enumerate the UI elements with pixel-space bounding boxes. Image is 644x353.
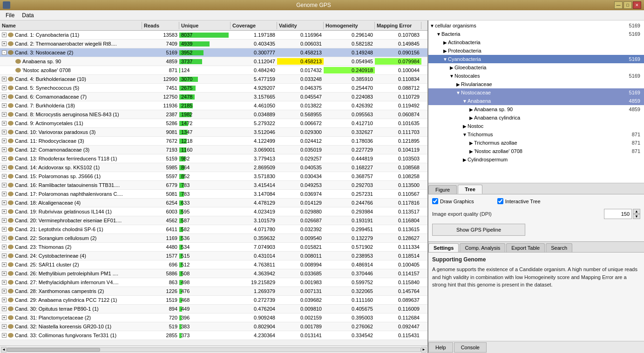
table-row[interactable]: + Cand. 31: Planctomycetaceae (2) 720 39… (0, 313, 427, 322)
close-button[interactable]: ✕ (633, 1, 641, 9)
expand-icon[interactable]: + (2, 209, 7, 214)
tree-node[interactable]: ▼ Nostocales 5169 (428, 72, 644, 80)
tree-node[interactable]: ▶ Anabaena sp. 90 4859 (428, 105, 644, 113)
horizontal-scrollbar[interactable]: ◄ ► (0, 346, 427, 353)
expand-icon[interactable]: + (2, 200, 7, 205)
draw-graphics-checkbox[interactable] (432, 198, 438, 204)
expand-icon[interactable]: + (2, 174, 7, 179)
table-row[interactable]: + Cand. 5: Synechococcus (5) 7451 2675 4… (0, 84, 427, 93)
tab-export-table[interactable]: Export Table (506, 243, 545, 252)
tree-expand-icon[interactable]: ▼ (462, 98, 468, 104)
expand-icon[interactable]: + (2, 103, 7, 108)
tree-node[interactable]: ▶ Trichormus azollae 871 (428, 139, 644, 147)
tree-node[interactable]: ▼ Anabaena 4859 (428, 97, 644, 105)
expand-icon[interactable]: + (2, 165, 7, 170)
expand-icon[interactable]: + (2, 253, 7, 258)
tree-expand-icon[interactable]: ▼ (436, 31, 441, 37)
expand-icon[interactable]: + (2, 298, 7, 302)
interactive-tree-checkbox[interactable] (497, 198, 503, 204)
expand-icon[interactable]: + (2, 262, 7, 267)
tree-expand-icon[interactable]: ▼ (462, 132, 468, 137)
tree-node[interactable]: ▶ Cylindrospermum (428, 155, 644, 164)
scroll-thumb[interactable] (7, 348, 100, 352)
tree-node[interactable]: ▶ Proteobacteria (428, 47, 644, 55)
expand-icon[interactable]: + (2, 245, 7, 249)
console-tab[interactable]: Console (454, 342, 487, 353)
tree-node[interactable]: ▼ Cyanobacteria 5169 (428, 55, 644, 63)
table-row[interactable]: + Cand. 22: Sorangium cellulosum (2) 116… (0, 234, 427, 243)
table-row[interactable]: + Cand. 16: Ramlibacter tataouinensis TT… (0, 181, 427, 190)
table-row[interactable]: + Cand. 33: Collimonas fungivorans Ter33… (0, 331, 427, 340)
tree-expand-icon[interactable]: ▶ (455, 81, 461, 87)
tab-figure[interactable]: Figure (428, 185, 457, 194)
table-row[interactable]: + Cand. 15: Polaromonas sp. JS666 (1) 55… (0, 172, 427, 181)
expand-icon[interactable]: + (2, 183, 7, 187)
tree-node[interactable]: ▶ Rivulariaceae (428, 80, 644, 88)
scroll-left-btn[interactable]: ◄ (1, 347, 7, 353)
table-row[interactable]: + Cand. 17: Polaromonas naphthalenivoran… (0, 190, 427, 199)
expand-icon[interactable]: + (2, 236, 7, 240)
expand-icon[interactable]: + (2, 333, 7, 338)
table-row[interactable]: + Cand. 28: Xanthomonas campestris (2) 1… (0, 287, 427, 296)
dpi-input[interactable] (604, 209, 632, 219)
expand-icon[interactable]: + (2, 306, 7, 311)
dpi-down-btn[interactable]: ▼ (633, 214, 640, 219)
tree-node[interactable]: ▶ 'Nostoc azollae' 0708 871 (428, 147, 644, 155)
expand-icon[interactable]: - (2, 50, 7, 55)
expand-icon[interactable]: + (2, 94, 7, 99)
expand-icon[interactable]: + (2, 315, 7, 320)
tab-tree[interactable]: Tree (458, 185, 482, 194)
tree-node[interactable]: ▶ Nostoc (428, 122, 644, 130)
expand-icon[interactable]: + (2, 86, 7, 90)
draw-graphics-option[interactable]: Draw Graphics (432, 198, 474, 204)
tab-comp-analysis[interactable]: Comp. Analysis (460, 243, 505, 252)
table-row[interactable]: + Cand. 12: Comamonadaceae (3) 7193 1160… (0, 146, 427, 154)
tree-node[interactable]: ▶ Actinobacteria (428, 38, 644, 47)
dpi-up-btn[interactable]: ▲ (633, 209, 640, 214)
table-row[interactable]: + Cand. 8: Microcystis aeruginosa NIES-8… (0, 110, 427, 119)
scroll-track[interactable] (7, 347, 421, 352)
expand-icon[interactable]: + (2, 33, 7, 37)
table-row[interactable]: + Cand. 19: Rubrivivax gelatinosus IL144… (0, 207, 427, 216)
tree-node[interactable]: ▼ cellular organisms 5169 (428, 21, 644, 30)
menu-file[interactable]: File (2, 11, 18, 20)
table-row[interactable]: + Cand. 26: Methylibium petroleiphilum P… (0, 269, 427, 278)
table-row[interactable]: + Cand. 21: Leptothrix cholodnii SP-6 (1… (0, 225, 427, 234)
menu-data[interactable]: Data (18, 11, 37, 20)
table-row[interactable]: + Cand. 30: Opitutus terrae PB90-1 (1) 8… (0, 305, 427, 313)
tree-node[interactable]: ▶ Gloeobacteria (428, 63, 644, 72)
expand-icon[interactable]: + (2, 156, 7, 161)
tree-node[interactable]: ▼ Bacteria 5169 (428, 30, 644, 38)
table-row[interactable]: + Cand. 10: Variovorax paradoxus (3) 908… (0, 128, 427, 137)
tree-view[interactable]: ▼ cellular organisms 5169 ▼ Bacteria 516… (428, 20, 644, 183)
show-pipeline-button[interactable]: Show GPS Pipeline (432, 224, 525, 236)
table-row[interactable]: + Cand. 9: Actinomycetales (11) 5286 147… (0, 119, 427, 128)
table-row[interactable]: + Cand. 23: Thiomonas (2) 4480 534 7.074… (0, 243, 427, 252)
table-row[interactable]: + Cand. 6: Comamonadaceae (7) 12750 2478… (0, 93, 427, 101)
expand-icon[interactable]: + (2, 41, 7, 46)
maximize-button[interactable]: □ (624, 1, 632, 9)
table-row[interactable]: + Cand. 29: Anabaena cylindrica PCC 7122… (0, 296, 427, 305)
expand-icon[interactable]: + (2, 139, 7, 143)
tab-settings[interactable]: Settings (428, 243, 459, 252)
expand-icon[interactable]: + (2, 147, 7, 152)
expand-icon[interactable]: + (2, 192, 7, 196)
table-row[interactable]: + Cand. 7: Burkholderia (18) 11936 2185 … (0, 101, 427, 110)
table-row[interactable]: + Cand. 1: Cyanobacteria (11) 13583 8037… (0, 31, 427, 40)
table-row[interactable]: + Cand. 11: Rhodocyclaceae (3) 7672 1218… (0, 137, 427, 146)
tree-expand-icon[interactable]: ▶ (442, 40, 448, 45)
tree-expand-icon[interactable]: ▶ (468, 148, 474, 154)
expand-icon[interactable]: + (2, 77, 7, 81)
tree-expand-icon[interactable]: ▼ (442, 56, 448, 62)
table-row[interactable]: Anabaena sp. 90 4859 3737 0.112047 0.458… (0, 57, 427, 66)
scroll-right-btn[interactable]: ► (421, 347, 427, 353)
table-row[interactable]: + Cand. 25: SAR11 cluster (2) 696 512 4.… (0, 260, 427, 269)
table-row[interactable]: + Cand. 14: Acidovorax sp. KKS102 (1) 59… (0, 163, 427, 172)
table-row[interactable]: + Cand. 20: Verminephrobacter eiseniae E… (0, 216, 427, 225)
interactive-tree-option[interactable]: Interactive Tree (497, 198, 541, 204)
tree-node[interactable]: ▶ Anabaena cylindrica (428, 113, 644, 122)
tree-node[interactable]: ▼ Trichormus 871 (428, 130, 644, 139)
minimize-button[interactable]: — (614, 1, 623, 9)
help-tab[interactable]: Help (428, 342, 453, 353)
table-row[interactable]: + Cand. 2: Thermoanaerobacter wiegelii R… (0, 40, 427, 48)
